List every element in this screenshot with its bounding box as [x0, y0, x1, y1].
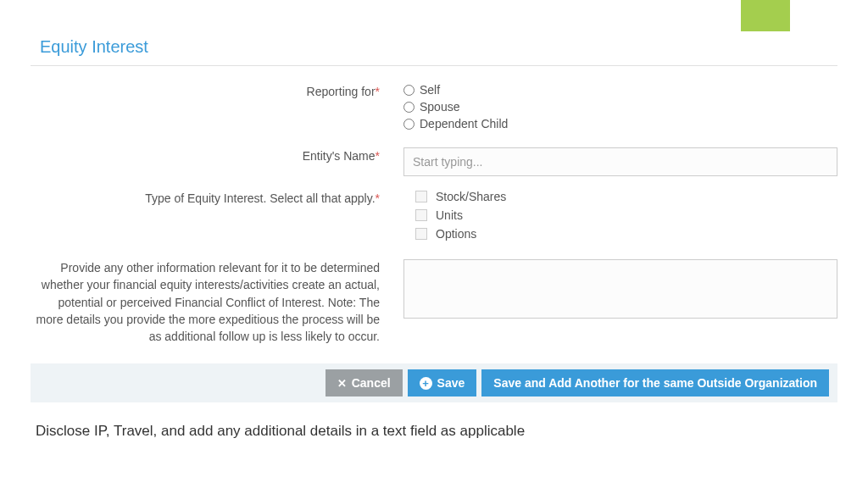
row-reporting-for: Reporting for* Self Spouse Dependent Chi…	[31, 83, 837, 134]
checkbox-label: Stock/Shares	[436, 190, 506, 203]
button-label: Cancel	[352, 376, 391, 390]
checkbox-options[interactable]: Options	[403, 227, 837, 241]
footer-note: Disclose IP, Travel, and add any additio…	[31, 402, 837, 460]
reporting-for-options: Self Spouse Dependent Child	[403, 83, 837, 134]
button-label: Save	[437, 376, 465, 390]
checkbox-icon[interactable]	[415, 209, 427, 221]
other-info-textarea[interactable]	[403, 259, 837, 319]
radio-self[interactable]: Self	[403, 83, 837, 97]
checkbox-label: Options	[436, 227, 476, 241]
x-icon: ✕	[337, 377, 347, 390]
entity-name-input[interactable]	[403, 147, 837, 176]
radio-label: Self	[420, 83, 440, 97]
checkbox-label: Units	[436, 208, 463, 222]
row-other-info: Provide any other information relevant f…	[31, 259, 837, 345]
equity-type-options: Stock/Shares Units Options	[403, 190, 837, 246]
required-asterisk: *	[376, 149, 380, 163]
cancel-button[interactable]: ✕ Cancel	[326, 369, 403, 396]
radio-input-dependent-child[interactable]	[403, 119, 415, 130]
required-asterisk: *	[376, 191, 380, 205]
checkbox-units[interactable]: Units	[403, 208, 837, 222]
label-entity-name: Entity's Name*	[31, 147, 403, 176]
label-text: Reporting for	[307, 85, 376, 98]
checkbox-icon[interactable]	[415, 228, 427, 240]
required-asterisk: *	[376, 85, 380, 98]
save-button[interactable]: + Save	[408, 369, 477, 396]
row-equity-type: Type of Equity Interest. Select all that…	[31, 190, 837, 246]
button-bar: ✕ Cancel + Save Save and Add Another for…	[31, 363, 837, 402]
decorative-block	[741, 0, 790, 31]
label-text: Entity's Name	[303, 149, 376, 163]
radio-label: Spouse	[420, 100, 459, 114]
save-and-add-button[interactable]: Save and Add Another for the same Outsid…	[481, 369, 829, 396]
radio-input-self[interactable]	[403, 85, 415, 96]
radio-input-spouse[interactable]	[403, 102, 415, 113]
radio-label: Dependent Child	[420, 117, 508, 130]
button-label: Save and Add Another for the same Outsid…	[493, 376, 817, 390]
plus-icon: +	[420, 377, 432, 390]
checkbox-stock-shares[interactable]: Stock/Shares	[403, 190, 837, 203]
radio-dependent-child[interactable]: Dependent Child	[403, 117, 837, 130]
label-text: Type of Equity Interest. Select all that…	[145, 191, 375, 205]
label-other-info: Provide any other information relevant f…	[31, 259, 403, 345]
row-entity-name: Entity's Name*	[31, 147, 837, 176]
radio-spouse[interactable]: Spouse	[403, 100, 837, 114]
label-reporting-for: Reporting for*	[31, 83, 403, 134]
section-title: Equity Interest	[31, 0, 837, 66]
checkbox-icon[interactable]	[415, 191, 427, 202]
label-equity-type: Type of Equity Interest. Select all that…	[31, 190, 403, 246]
